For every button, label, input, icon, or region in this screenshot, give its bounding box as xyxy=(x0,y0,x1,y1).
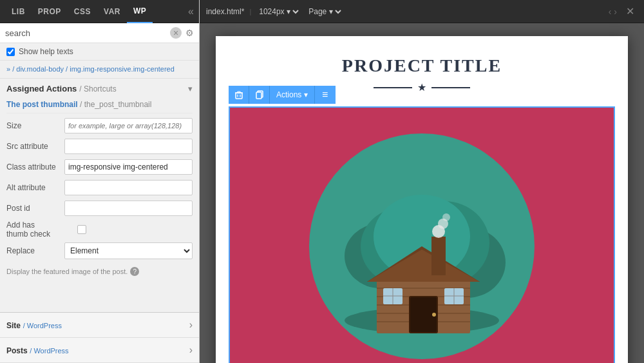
help-texts-row: Show help texts xyxy=(0,43,199,61)
nav-arrows: ‹ › xyxy=(609,6,617,17)
posts-section-item[interactable]: Posts / WordPress › xyxy=(0,338,199,363)
right-panel: index.html* | 1024px ▾ Page ▾ ‹ › ✕ PROJ… xyxy=(200,0,644,363)
thumb-check-field-row: Add hasthumb check xyxy=(6,221,193,239)
page-title: PROJECT TITLE xyxy=(229,55,615,76)
search-input[interactable] xyxy=(5,28,166,38)
nav-css[interactable]: CSS xyxy=(68,0,97,23)
svg-rect-0 xyxy=(236,93,242,99)
copy-button[interactable] xyxy=(249,86,270,104)
svg-rect-6 xyxy=(256,92,261,99)
nav-lib[interactable]: LIB xyxy=(5,0,32,23)
posts-arrow-icon: › xyxy=(189,344,193,356)
site-title: Site xyxy=(6,321,21,330)
actions-button[interactable]: Actions ▾ xyxy=(270,86,315,104)
svg-point-28 xyxy=(432,313,436,317)
divider-left xyxy=(374,87,412,88)
size-input[interactable] xyxy=(64,118,193,133)
action-fields: The post thumbnail / the_post_thumbnail … xyxy=(0,97,199,263)
post-id-field-row: Post id xyxy=(6,200,193,217)
nav-wp[interactable]: WP xyxy=(127,0,153,23)
help-texts-checkbox[interactable] xyxy=(6,48,15,56)
section-header: Assigned Actions / Shortcuts ▾ xyxy=(0,79,199,97)
copy-icon xyxy=(255,90,264,99)
menu-button[interactable]: ≡ xyxy=(315,86,336,104)
nav-var[interactable]: VAR xyxy=(97,0,127,23)
size-selector[interactable]: 1024px ▾ xyxy=(256,6,301,17)
canvas-area: PROJECT TITLE ★ xyxy=(200,23,644,363)
section-collapse-icon[interactable]: ▾ xyxy=(188,84,193,93)
actions-label: Actions ▾ xyxy=(276,90,308,99)
site-arrow-icon: › xyxy=(189,319,193,331)
alt-field-row: Alt attribute xyxy=(6,179,193,196)
help-icon[interactable]: ? xyxy=(130,267,139,276)
src-label: Src attribute xyxy=(6,142,64,151)
replace-field-row: Replace Element Content None xyxy=(6,242,193,259)
class-label: Class attribute xyxy=(6,162,64,172)
page-selector[interactable]: Page ▾ xyxy=(306,6,343,17)
section-title: Assigned Actions xyxy=(6,84,77,93)
alt-input[interactable] xyxy=(64,180,193,195)
star-icon: ★ xyxy=(417,81,426,93)
featured-image xyxy=(230,108,614,363)
svg-rect-22 xyxy=(431,237,446,275)
class-value: img-responsive img-centered xyxy=(64,159,193,175)
breadcrumb[interactable]: » / div.modal-body / img.img-responsive.… xyxy=(0,61,199,79)
alt-label: Alt attribute xyxy=(6,183,64,192)
replace-label: Replace xyxy=(6,246,64,255)
description-text: Display the featured image of the post. xyxy=(6,268,128,275)
section-subtitle: / Shortcuts xyxy=(79,84,116,93)
image-element-wrapper: Actions ▾ ≡ xyxy=(229,106,615,363)
right-top-bar: index.html* | 1024px ▾ Page ▾ ‹ › ✕ xyxy=(200,0,644,23)
search-bar: × ⚙ xyxy=(0,23,199,43)
trash-icon xyxy=(234,90,243,99)
thumb-check-checkbox[interactable] xyxy=(77,225,86,234)
page-canvas: PROJECT TITLE ★ xyxy=(216,36,628,363)
help-texts-label: Show help texts xyxy=(19,47,73,56)
prev-arrow-icon[interactable]: ‹ xyxy=(609,6,612,17)
bottom-sections: Site / WordPress › Posts / WordPress › xyxy=(0,312,199,363)
post-id-input[interactable] xyxy=(64,201,193,216)
post-id-label: Post id xyxy=(6,204,64,213)
size-label: Size xyxy=(6,121,64,130)
class-field-row: Class attribute img-responsive img-cente… xyxy=(6,159,193,175)
svg-point-25 xyxy=(442,213,450,221)
top-nav: LIB PROP CSS VAR WP « xyxy=(0,0,199,23)
cabin-svg xyxy=(303,127,541,363)
src-input[interactable] xyxy=(64,139,193,154)
thumb-check-label: Add hasthumb check xyxy=(6,221,77,239)
collapse-icon[interactable]: « xyxy=(188,6,194,17)
next-arrow-icon[interactable]: › xyxy=(614,6,617,17)
search-settings-icon[interactable]: ⚙ xyxy=(185,28,194,38)
src-field-row: Src attribute xyxy=(6,138,193,155)
delete-button[interactable] xyxy=(229,86,249,104)
replace-select[interactable]: Element Content None xyxy=(64,242,193,259)
description-row: Display the featured image of the post. … xyxy=(0,263,199,280)
posts-title: Posts xyxy=(6,346,28,355)
site-subtitle: / WordPress xyxy=(23,322,62,329)
post-thumbnail-label: The post thumbnail / the_post_thumbnail xyxy=(6,97,193,113)
search-clear-button[interactable]: × xyxy=(170,27,182,39)
menu-icon: ≡ xyxy=(322,89,328,101)
close-button[interactable]: ✕ xyxy=(622,4,638,19)
nav-prop[interactable]: PROP xyxy=(32,0,68,23)
site-section-item[interactable]: Site / WordPress › xyxy=(0,313,199,338)
divider-right xyxy=(431,87,470,88)
size-field-row: Size xyxy=(6,117,193,134)
left-panel: LIB PROP CSS VAR WP « × ⚙ Show help text… xyxy=(0,0,200,363)
file-tab[interactable]: index.html* xyxy=(206,7,244,16)
posts-subtitle: / WordPress xyxy=(30,347,68,355)
action-toolbar: Actions ▾ ≡ xyxy=(229,86,336,104)
